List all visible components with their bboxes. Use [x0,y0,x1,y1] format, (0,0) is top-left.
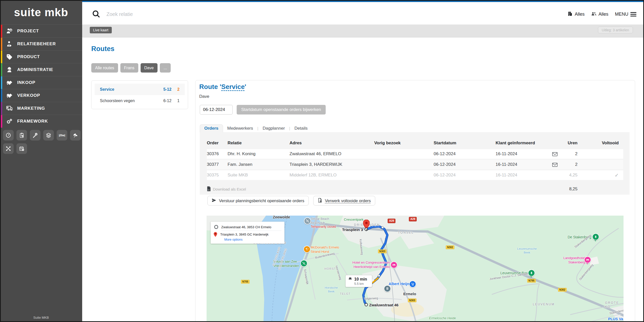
sidebar-item-verkoop[interactable]: VERKOOP [0,89,82,102]
tab-medewerkers[interactable]: Medewerkers [223,124,257,132]
sidebar-item-product[interactable]: PRODUCT [0,50,82,63]
category-color-strip [0,38,2,50]
sidebar-item-administratie[interactable]: ADMINISTRATIE [0,63,82,76]
map-label: Landgoedhotel Stakenberg [557,256,585,265]
destination-map-label: Triasplein 3 [342,227,363,232]
send-planning-message-button[interactable]: Verstuur planningsbericht openstaande or… [207,196,309,205]
download-excel-link[interactable]: csv Download als Excel [207,186,246,192]
customer-informed-date: 16-11-2024 [496,173,539,178]
menu-button[interactable]: MENU [615,12,636,17]
tab-orders[interactable]: Orders [200,124,223,132]
column-header: Uren [560,141,579,146]
hotel-icon [390,261,397,268]
live-map-button[interactable]: Live kaart [90,27,112,33]
map-label: TONSEL [398,231,414,235]
mail-sent-icon [539,162,560,167]
route-open-count: 2 [175,87,180,92]
layers-icon[interactable] [43,130,54,141]
sidebar-item-label: VERKOOP [17,93,40,98]
more-options-link[interactable]: More options [224,238,281,241]
order-number: 30376 [207,151,228,156]
start-date-input[interactable] [200,105,233,114]
tasks-icon[interactable] [16,130,27,141]
road-shield: N302 [446,245,454,249]
people-icon [591,11,596,18]
user-filter[interactable]: Alles [591,11,608,18]
route-list-item[interactable]: Service5-122 [95,84,185,95]
send-planning-message-label: Verstuur planningsbericht openstaande or… [219,198,304,203]
update-start-date-button[interactable]: Startdatum openstaande orders bijwerken [237,105,326,114]
road-shield: A28 [388,219,395,223]
2ba-icon[interactable]: |2ba| [57,130,67,141]
devices-icon [5,105,14,112]
filter-chip-dave[interactable]: Dave [141,63,158,73]
beach-icon [300,260,307,267]
route-map[interactable]: ZeewoldeZEEWOLDE ZUIDCrescentparkDRIELAN… [207,216,624,322]
filter-chip-alle-routes[interactable]: Alle routes [91,63,118,73]
order-row[interactable]: 30375Suite MKBMiddelerf 12B, ERMELO06-12… [207,170,623,180]
customer-informed-date: 16-11-2024 [496,151,539,156]
filter-chip--[interactable]: ... [160,63,171,73]
origin-circle-marker [365,303,368,306]
route-name-link[interactable]: Service [221,83,245,90]
title-prefix: Route ' [199,83,221,90]
route-filter-chips: Alle routesFransDave... [91,63,171,73]
order-row[interactable]: 30377Fam. JansenTriasplein 3, HARDERWIJK… [207,160,623,169]
map-label: Veluwe aan Zee Vriendenstranden [273,260,299,268]
hours-value: 2 [560,162,579,167]
column-header: Klant geïnformeerd [496,141,539,146]
2ba-label: |2ba| [59,134,65,137]
road-shield: N303 [408,298,416,302]
sidebar-item-marketing[interactable]: MARKETING [0,102,82,115]
filter-chip-frans[interactable]: Frans [120,63,138,73]
sidebar-item-project[interactable]: PROJECT [0,25,82,37]
sidebar-item-relatiebeheer[interactable]: RELATIEBEHEER [0,37,82,50]
route-owner: Dave [199,94,209,99]
company-filter[interactable]: Alles [567,11,585,18]
help-articles-button[interactable]: Uitleg: 3 artikelen [598,27,633,33]
map-label: HORST [324,267,336,270]
column-header: Startdatum [434,141,496,146]
order-number: 30377 [207,162,228,167]
customer-informed-date: 16-11-2024 [496,162,539,167]
route-list-item[interactable]: Schoorsteen vegen6-121 [95,95,185,106]
sidebar-item-label: FRAMEWORK [17,119,48,124]
app-logo: suite mkb [0,0,82,25]
search-icon [92,10,100,19]
leaf-icon[interactable] [70,130,81,141]
process-completed-orders-button[interactable]: Verwerk voltooide orders [313,196,375,205]
hotel-pin-icon [584,256,591,263]
address: Triasplein 3, HARDERWIJK [290,162,374,167]
car-icon [348,277,352,282]
network-icon[interactable] [3,143,14,154]
title-suffix: ' [245,83,246,90]
orders-table-header: OrderRelatieAdresVorig bezoekStartdatumK… [207,138,623,148]
check-icon: ✓ [615,173,619,178]
restaurant-icon [303,246,310,253]
tab-dagplanner[interactable]: Dagplanner [258,124,289,132]
map-label: Zeewolde [273,216,290,220]
map-label: PLUS Va [608,317,623,321]
column-header: Order [207,141,228,146]
tab-details[interactable]: Details [290,124,312,132]
order-number: 30375 [207,173,228,178]
tree-pin-icon [528,269,535,277]
dashboard-icon[interactable] [3,130,14,141]
search-input[interactable] [106,11,335,17]
svg-text:csv: csv [208,189,210,191]
directions-destination: Triasplein 3, 3845 GC Harderwijk [220,233,269,236]
map-label: Hotel en Congrescentrum Heerlickheijd va… [352,261,390,269]
calendar-clock-icon[interactable] [16,143,27,154]
sidebar-item-framework[interactable]: FRAMEWORK [0,115,82,128]
road-shield: N302 [558,288,567,292]
process-completed-orders-label: Verwerk voltooide orders [325,198,371,203]
order-row[interactable]: 30376Dhr. H. KoningZwaluwstraat 46, ERME… [207,149,623,159]
key-icon[interactable] [30,130,40,141]
road-shield: N705 [241,280,250,284]
sidebar-item-inkoop[interactable]: INKOOP [0,76,82,89]
total-hours: 8,25 [560,187,579,192]
handshake-icon [5,79,14,86]
handshake-icon [5,92,14,99]
route-detail-title: Route 'Service' [199,83,246,91]
map-label: Leuvenumsche Beek [516,247,538,255]
